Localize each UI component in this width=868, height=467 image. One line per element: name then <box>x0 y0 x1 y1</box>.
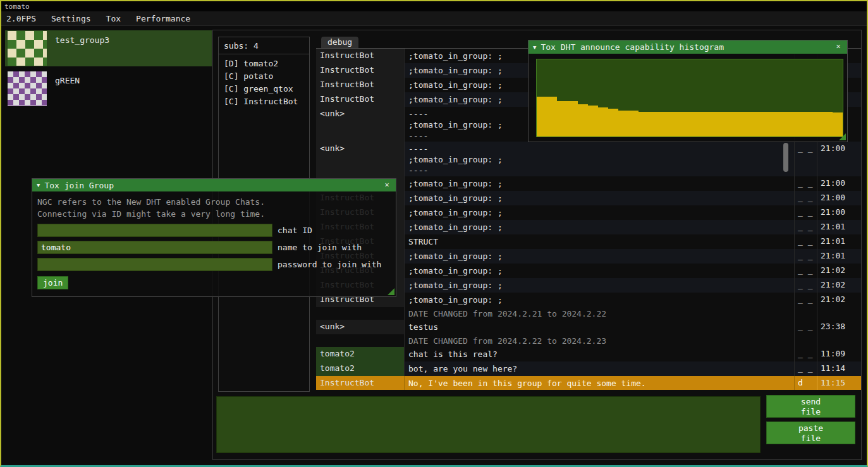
message-line: ;tomato_in_group: ; <box>408 294 794 305</box>
message-line: bot, are you new here? <box>408 363 794 374</box>
message-flags: _ _ <box>795 293 817 307</box>
member-item[interactable]: [C] green_qtox <box>219 83 309 95</box>
chat-message-row: InstructBot;tomato_in_group: ;_ _21:00 <box>316 176 861 191</box>
paste-file-button[interactable]: paste file <box>766 422 855 444</box>
close-icon[interactable]: ✕ <box>833 42 843 52</box>
message-line: ---- <box>408 165 794 176</box>
member-item[interactable]: [C] potato <box>219 70 309 83</box>
message-flags: _ _ <box>795 234 817 249</box>
message-author <box>316 307 405 320</box>
message-time: 21:02 <box>817 264 850 278</box>
message-author: <unk> <box>316 107 405 142</box>
dht-histogram-title: Tox DHT announce capability histogram <box>541 42 724 52</box>
message-author: <unk> <box>316 320 405 334</box>
collapse-icon[interactable]: ▼ <box>533 44 536 51</box>
resize-grip-icon[interactable] <box>839 133 846 140</box>
message-text: ;tomato_in_group: ; <box>405 220 795 234</box>
message-author: InstructBot <box>316 376 405 390</box>
message-flags: _ _ <box>795 176 817 191</box>
member-item[interactable]: [C] InstructBot <box>219 95 309 108</box>
collapse-icon[interactable]: ▼ <box>37 182 40 188</box>
message-time <box>817 307 850 320</box>
message-author: tomato2 <box>316 361 405 376</box>
message-time: 21:02 <box>817 293 850 307</box>
message-author: tomato2 <box>316 347 405 361</box>
message-text: ;tomato_in_group: ; <box>405 264 795 278</box>
menu-bar: 2.0FPS Settings Tox Performance <box>1 11 867 26</box>
join-button[interactable]: join <box>37 276 68 289</box>
join-info-line: Connecting via ID might take a very long… <box>37 208 396 220</box>
message-time: 21:00 <box>817 191 850 205</box>
chat-message-row: <unk>----;tomato_in_group: ;----_ _21:00 <box>316 142 861 176</box>
message-line: ;tomato_in_group: ; <box>408 178 794 189</box>
chat-message-row: InstructBot;tomato_in_group: ;_ _21:00 <box>316 191 861 205</box>
chat-message-row: InstructBot;tomato_in_group: ;_ _21:01 <box>316 220 861 234</box>
group-item-gREEN[interactable]: gREEN <box>5 71 212 107</box>
message-time: 21:01 <box>817 220 850 234</box>
chat-message-row: InstructBot;tomato_in_group: ;_ _21:02 <box>316 293 861 307</box>
chat-message-row-highlighted: InstructBotNo, I've been in this group f… <box>316 376 861 390</box>
group-name: gREEN <box>55 76 80 107</box>
chat-message-row: InstructBotSTRUCT_ _21:01 <box>316 234 861 249</box>
message-text: ;tomato_in_group: ; <box>405 176 795 191</box>
message-time: 21:00 <box>817 205 850 220</box>
message-input[interactable] <box>216 396 761 453</box>
close-icon[interactable]: ✕ <box>382 180 392 190</box>
group-item-test_group3[interactable]: test_group3 <box>5 30 212 66</box>
join-password-input[interactable] <box>37 258 272 271</box>
message-line: ;tomato_in_group: ; <box>408 251 794 262</box>
menu-performance[interactable]: Performance <box>128 12 198 25</box>
member-item[interactable]: [D] tomato2 <box>219 58 309 70</box>
message-author: InstructBot <box>316 49 405 63</box>
message-author: InstructBot <box>316 78 405 92</box>
chat-id-input[interactable] <box>37 224 272 237</box>
message-line: STRUCT <box>408 236 794 247</box>
date-changed-row: DATE CHANGED from 2024.2.22 to 2024.2.23 <box>316 334 861 347</box>
join-group-titlebar[interactable]: ▼ Tox join Group ✕ <box>32 179 396 191</box>
message-text: ;tomato_in_group: ; <box>405 293 795 307</box>
message-time: 21:01 <box>817 234 850 249</box>
message-flags: _ _ <box>795 249 817 264</box>
message-text: chat is this real? <box>405 347 795 361</box>
message-line: testus <box>408 322 794 332</box>
message-author: <unk> <box>316 142 405 176</box>
message-flags: _ _ <box>795 347 817 361</box>
message-author <box>316 334 405 347</box>
chat-id-label: chat ID <box>278 226 312 235</box>
join-name-input[interactable] <box>37 241 272 254</box>
histogram-plot <box>536 59 843 137</box>
join-info-line: NGC refers to the New DHT enabled Group … <box>37 196 396 208</box>
date-changed-text: DATE CHANGED from 2024.2.21 to 2024.2.22 <box>405 307 795 320</box>
message-text: ;tomato_in_group: ; <box>405 249 795 264</box>
send-file-button[interactable]: send file <box>766 395 855 418</box>
message-author: InstructBot <box>316 63 405 78</box>
message-time: 21:01 <box>817 249 850 264</box>
date-changed-text: DATE CHANGED from 2024.2.22 to 2024.2.23 <box>405 334 795 347</box>
join-name-label: name to join with <box>278 243 362 252</box>
message-line: ;tomato_in_group: ; <box>408 222 794 233</box>
message-author: InstructBot <box>316 92 405 107</box>
message-flags <box>795 334 817 347</box>
message-line: ;tomato_in_group: ; <box>408 207 794 218</box>
message-text: ;tomato_in_group: ; <box>405 278 795 293</box>
chat-message-row: InstructBot;tomato_in_group: ;_ _21:02 <box>316 264 861 278</box>
message-line: ;tomato_in_group: ; <box>408 193 794 203</box>
message-line: No, I've been in this group for quite so… <box>408 378 794 389</box>
message-time: 11:15 <box>817 376 850 390</box>
dht-histogram-window: ▼ Tox DHT announce capability histogram … <box>528 40 848 142</box>
menu-tox[interactable]: Tox <box>99 12 128 25</box>
dht-histogram-titlebar[interactable]: ▼ Tox DHT announce capability histogram … <box>529 40 847 54</box>
tab-debug[interactable]: debug <box>321 37 358 48</box>
message-time: 21:02 <box>817 278 850 293</box>
chat-scrollbar[interactable] <box>783 143 788 172</box>
menu-settings[interactable]: Settings <box>44 12 99 25</box>
message-time: 11:14 <box>817 361 850 376</box>
resize-grip-icon[interactable] <box>388 288 394 295</box>
subs-count: subs: 4 <box>219 37 309 54</box>
message-time: 21:00 <box>817 142 850 176</box>
message-text: No, I've been in this group for quite so… <box>405 376 795 390</box>
message-flags: _ _ <box>795 191 817 205</box>
message-flags: _ _ <box>795 264 817 278</box>
message-text: ;tomato_in_group: ; <box>405 191 795 205</box>
message-time <box>817 334 850 347</box>
